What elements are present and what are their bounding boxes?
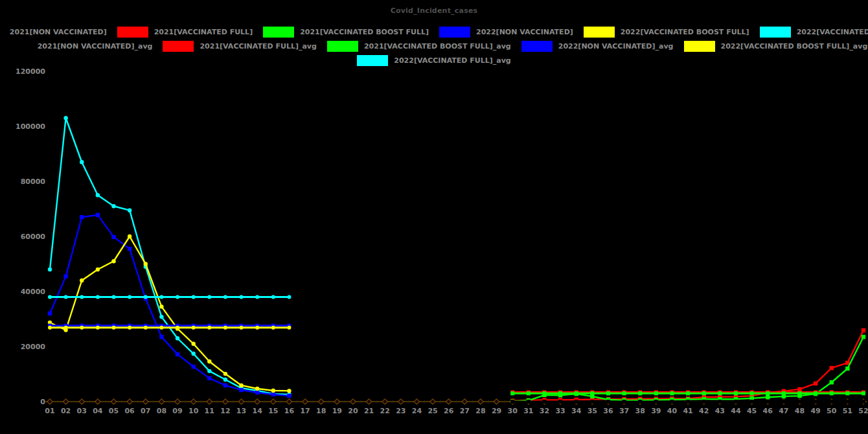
avg-marker	[638, 400, 642, 404]
avg-marker	[240, 295, 244, 299]
x-tick-label: 23	[396, 407, 405, 415]
x-week-marker	[207, 399, 212, 404]
avg-marker	[862, 400, 865, 404]
series-marker	[128, 234, 131, 238]
x-tick-label: 29	[492, 407, 501, 415]
avg-marker	[750, 400, 754, 404]
x-tick-label: 01	[45, 407, 54, 415]
avg-marker	[670, 400, 674, 404]
avg-marker	[144, 326, 148, 330]
x-tick-label: 19	[332, 407, 342, 415]
series-marker	[80, 160, 84, 164]
avg-marker	[510, 391, 514, 395]
x-tick-label: 08	[157, 407, 166, 415]
series-marker	[255, 387, 259, 391]
x-tick-label: 42	[699, 407, 709, 415]
avg-marker	[654, 391, 658, 395]
x-week-marker	[478, 399, 483, 404]
series-marker	[176, 336, 179, 340]
x-week-marker	[95, 399, 100, 404]
avg-marker	[527, 400, 531, 404]
x-week-marker	[47, 399, 52, 404]
avg-marker	[606, 400, 610, 404]
x-week-marker	[255, 399, 260, 404]
x-week-marker	[286, 399, 291, 404]
x-tick-label: 24	[412, 407, 422, 415]
y-tick-label: 20000	[21, 343, 46, 351]
x-tick-label: 33	[555, 407, 565, 415]
x-week-marker	[446, 399, 451, 404]
series-marker	[223, 372, 227, 376]
series-marker	[287, 394, 291, 398]
avg-marker	[144, 295, 148, 299]
series-marker	[271, 389, 275, 393]
avg-marker	[782, 400, 786, 404]
series-marker	[207, 376, 211, 380]
x-tick-label: 16	[284, 407, 295, 415]
avg-marker	[128, 295, 131, 299]
series-marker	[144, 262, 148, 266]
x-week-marker	[79, 399, 84, 404]
y-tick-label: 100000	[16, 122, 45, 131]
avg-marker	[845, 400, 849, 404]
x-week-marker	[382, 399, 387, 404]
x-week-marker	[494, 399, 499, 404]
x-tick-label: 06	[124, 407, 135, 415]
x-tick-label: 02	[61, 407, 71, 415]
avg-marker	[845, 391, 849, 395]
avg-marker	[240, 326, 244, 330]
avg-marker	[527, 391, 531, 395]
x-tick-label: 44	[731, 407, 741, 415]
avg-marker	[96, 295, 100, 299]
chart-canvas: 0200004000060000800001000001200000102030…	[0, 0, 868, 434]
x-week-marker	[271, 399, 276, 404]
x-week-marker	[430, 399, 435, 404]
x-week-marker	[350, 399, 356, 404]
x-tick-label: 47	[779, 407, 788, 415]
series-marker	[830, 366, 834, 370]
avg-marker	[638, 391, 642, 395]
avg-marker	[271, 326, 275, 330]
series-marker	[191, 365, 195, 369]
series-marker	[271, 393, 275, 396]
x-tick-label: 25	[428, 407, 437, 415]
series-marker	[63, 274, 67, 278]
series-marker	[830, 380, 834, 384]
series-marker	[159, 315, 163, 319]
avg-marker	[128, 326, 131, 330]
x-tick-label: 48	[795, 407, 805, 415]
x-week-marker	[398, 399, 404, 404]
x-tick-label: 14	[253, 407, 263, 415]
series-marker	[48, 312, 52, 315]
avg-marker	[814, 391, 817, 395]
x-tick-label: 50	[827, 407, 837, 415]
avg-marker	[80, 326, 84, 330]
x-tick-label: 13	[236, 407, 246, 415]
y-tick-label: 60000	[21, 233, 46, 241]
x-tick-label: 49	[810, 407, 820, 415]
series-marker	[128, 247, 131, 251]
avg-marker	[176, 295, 179, 299]
avg-marker	[558, 391, 562, 395]
avg-marker	[192, 326, 196, 330]
x-tick-label: 26	[444, 407, 454, 415]
series-line	[50, 118, 289, 394]
series-marker	[766, 395, 770, 399]
y-tick-label: 40000	[21, 288, 46, 296]
avg-marker	[575, 400, 578, 404]
avg-marker	[797, 391, 801, 395]
avg-marker	[670, 391, 674, 395]
avg-marker	[48, 295, 52, 299]
series-marker	[96, 213, 100, 217]
series-marker	[223, 383, 227, 387]
x-week-marker	[190, 399, 196, 404]
series-marker	[111, 235, 115, 239]
avg-marker	[271, 295, 275, 299]
x-week-marker	[223, 399, 228, 404]
avg-marker	[782, 391, 786, 395]
avg-marker	[590, 391, 594, 395]
x-week-marker	[175, 399, 180, 404]
series-marker	[63, 116, 67, 120]
avg-marker	[622, 400, 626, 404]
x-tick-label: 46	[763, 407, 773, 415]
